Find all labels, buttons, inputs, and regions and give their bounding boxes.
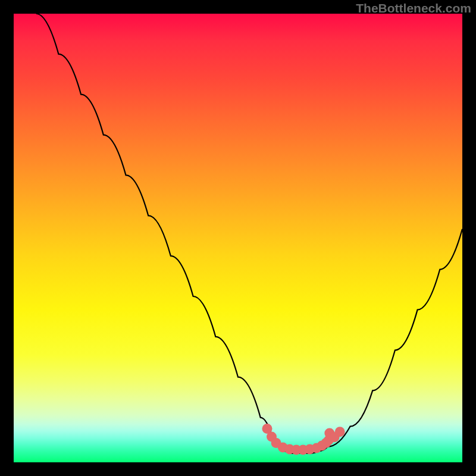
watermark-text: TheBottleneck.com bbox=[356, 1, 471, 15]
chart-plot-area bbox=[14, 14, 462, 462]
marker-dot bbox=[335, 427, 345, 437]
chart-svg bbox=[14, 14, 462, 462]
chart-frame: TheBottleneck.com bbox=[0, 0, 476, 476]
bottleneck-curve bbox=[36, 14, 462, 453]
optimal-range-marker bbox=[262, 424, 345, 455]
